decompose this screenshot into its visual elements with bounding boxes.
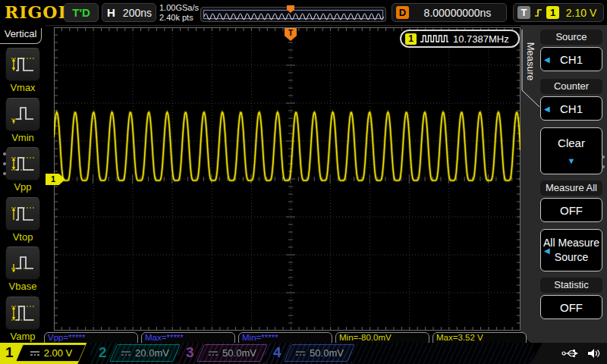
measure-slot-max-value[interactable]: Max=3.52 V <box>432 332 527 344</box>
menu-item-vbase-label: Vbase <box>0 281 46 292</box>
rising-edge-icon <box>533 7 543 18</box>
dc-coupling-icon <box>121 350 131 357</box>
preview-sine-icon <box>204 12 384 21</box>
channel2-scale-box: 20.0mV <box>109 344 181 362</box>
measure-all-value: OFF <box>560 204 583 217</box>
left-menu-items: Vmax Vmin <box>0 48 46 346</box>
left-menu-title: Vertical <box>0 28 42 44</box>
waveform-preview-window <box>203 10 383 19</box>
channel3-scale: 50.0mV <box>222 347 256 359</box>
statistic-header: Statistic <box>540 278 602 293</box>
rigol-logo: RIGOL <box>5 2 71 22</box>
page-dot <box>3 172 6 175</box>
left-arrow-icon: ◀ <box>544 105 550 113</box>
all-measure-line2: Source <box>555 250 588 265</box>
channel2-status[interactable]: 2 20.0mV <box>90 343 178 364</box>
left-arrow-icon: ◀ <box>544 243 550 258</box>
measure-slot-min-value[interactable]: Min=-80.0mV <box>335 332 429 344</box>
statistic-button[interactable]: OFF <box>540 295 602 319</box>
vertical-measure-menu: Vertical Vmax <box>0 25 46 343</box>
waveform-preview-strip[interactable] <box>200 7 386 22</box>
delay-label: D <box>396 6 409 19</box>
menu-item-vtop-label: Vtop <box>0 231 46 243</box>
channel3-number: 3 <box>186 344 194 361</box>
menu-item-vmin-label: Vmin <box>0 132 46 143</box>
channel4-scale-box: 50.0mV <box>284 344 355 362</box>
measure-slot-vpp[interactable]: Vpp=***** <box>44 332 138 344</box>
channel4-status[interactable]: 4 50.0mV <box>265 343 352 364</box>
speaker-icon <box>587 348 601 359</box>
trigger-delay-badge[interactable]: D 8.00000000ns <box>392 3 507 22</box>
page-dot <box>3 152 6 155</box>
usb-icon <box>561 348 581 359</box>
waveform-grid <box>54 27 521 331</box>
top-status-bar: RIGOL T'D H 200ns 1.00GSa/s 2.40k pts D … <box>0 0 607 26</box>
measure-menu-buttons: Source ◀ CH1 Counter ◀ CH1 Clear ▼ Measu… <box>540 25 602 319</box>
trigger-label: T <box>517 6 530 19</box>
source-value: CH1 <box>560 53 583 66</box>
dc-coupling-icon <box>295 350 306 357</box>
menu-item-vamp-label: Vamp <box>0 331 46 342</box>
vtop-icon <box>5 197 40 231</box>
menu-page-dots <box>3 152 6 182</box>
channel4-scale: 50.0mV <box>310 347 344 359</box>
channel-bar-filler <box>352 343 534 364</box>
menu-item-vpp-label: Vpp <box>0 181 46 193</box>
statistic-value: OFF <box>560 301 583 314</box>
page-dot <box>602 155 605 158</box>
down-arrow-icon: ▼ <box>568 156 576 165</box>
measure-menu-panel: Measure Source ◀ CH1 Counter ◀ CH1 Clear… <box>521 25 607 345</box>
source-button[interactable]: ◀ CH1 <box>540 47 602 71</box>
channel2-scale: 20.0mV <box>135 347 169 359</box>
acquisition-info: 1.00GSa/s 2.40k pts <box>159 3 199 22</box>
measure-tab-label: Measure <box>525 42 536 81</box>
measure-tab[interactable]: Measure <box>521 28 540 104</box>
trigger-info-badge[interactable]: T 1 2.10 V <box>513 3 604 22</box>
menu-item-vtop[interactable]: Vtop <box>0 197 46 247</box>
status-icons-corner <box>530 343 607 364</box>
all-measure-source-button[interactable]: ◀ All Measure Source <box>540 229 602 271</box>
vmin-icon <box>5 98 40 131</box>
square-wave-icon <box>420 33 450 44</box>
dc-coupling-icon <box>208 350 219 357</box>
channel1-number: 1 <box>5 344 14 361</box>
delay-value: 8.00000000ns <box>409 7 506 19</box>
trigger-level-value: 2.10 V <box>559 7 603 19</box>
channel3-status[interactable]: 3 50.0mV <box>178 343 265 364</box>
freq-counter-channel-chip: 1 <box>405 33 417 45</box>
dc-coupling-icon <box>30 350 40 357</box>
counter-header: Counter <box>540 79 602 94</box>
menu-item-vmin[interactable]: Vmin <box>0 98 46 148</box>
page-dot <box>3 162 6 165</box>
measure-all-header: Measure All <box>540 180 602 196</box>
oscilloscope-screen: RIGOL T'D H 200ns 1.00GSa/s 2.40k pts D … <box>0 0 607 364</box>
frequency-counter-badge: 1 10.7387MHz <box>400 30 520 48</box>
channel4-number: 4 <box>273 344 281 361</box>
measure-slot-max[interactable]: Max=***** <box>141 332 235 344</box>
counter-button[interactable]: ◀ CH1 <box>540 96 602 121</box>
horizontal-timebase-badge[interactable]: H 200ns <box>102 3 156 22</box>
vpp-icon <box>5 147 40 180</box>
menu-item-vmax[interactable]: Vmax <box>0 48 46 98</box>
channel1-scale-box: 2.00 V <box>15 344 86 362</box>
channel2-number: 2 <box>99 344 107 361</box>
all-measure-line1: All Measure <box>543 236 599 250</box>
trigger-status-badge: T'D <box>64 3 99 22</box>
timebase-value: 200ns <box>123 7 152 19</box>
menu-item-vamp[interactable]: Vamp <box>0 297 46 347</box>
page-dot <box>602 165 605 168</box>
menu-item-vpp[interactable]: Vpp <box>0 147 46 197</box>
measure-slot-min[interactable]: Min=***** <box>238 332 332 344</box>
counter-value: CH1 <box>560 102 583 115</box>
clear-button[interactable]: Clear ▼ <box>540 127 602 174</box>
vmax-icon <box>5 48 40 81</box>
menu-item-vbase[interactable]: Vbase <box>0 246 46 297</box>
channel-status-bar: 1 2.00 V 2 <box>0 343 607 364</box>
h-label: H <box>107 6 115 19</box>
vamp-icon <box>5 297 40 330</box>
trigger-source-chip: 1 <box>546 6 559 19</box>
channel1-status[interactable]: 1 2.00 V <box>0 343 90 364</box>
vbase-icon <box>5 246 40 280</box>
measure-all-button[interactable]: OFF <box>540 198 602 222</box>
left-arrow-icon: ◀ <box>544 55 550 64</box>
